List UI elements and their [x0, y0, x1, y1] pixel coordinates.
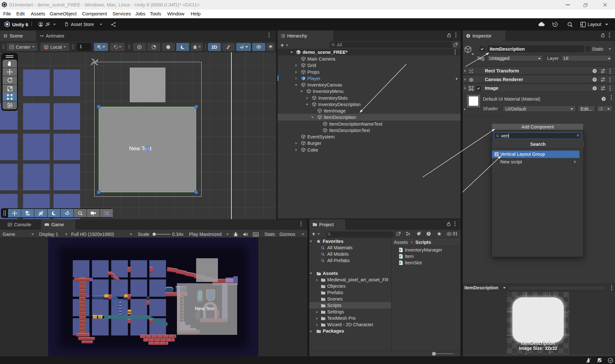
- svg-text:?: ?: [594, 78, 596, 81]
- svg-text:Y: Y: [99, 47, 101, 49]
- svg-text:?: ?: [603, 97, 605, 101]
- svg-text:#: #: [400, 248, 402, 252]
- svg-text:#: #: [400, 255, 402, 258]
- svg-text:#: #: [400, 261, 402, 265]
- svg-text:?: ?: [594, 87, 596, 90]
- svg-text:?: ?: [594, 69, 596, 73]
